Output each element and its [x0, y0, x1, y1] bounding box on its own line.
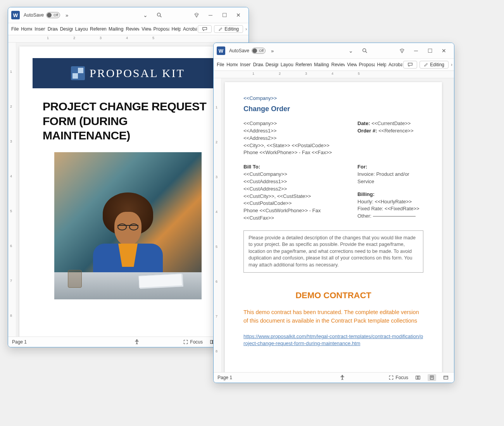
vruler-tick: 3 — [216, 175, 217, 179]
page-number[interactable]: Page 1 — [217, 375, 232, 380]
vruler-tick: 3 — [10, 139, 12, 143]
focus-button[interactable]: Focus — [388, 375, 408, 380]
ribbon-overflow-icon[interactable]: › — [245, 26, 247, 32]
tab-view[interactable]: View — [345, 60, 356, 69]
tab-layout[interactable]: Layout — [74, 25, 88, 33]
document-title: PROJECT CHANGE REQUEST FORM (DURING MAIN… — [43, 99, 213, 143]
tab-insert[interactable]: Insert — [33, 25, 45, 33]
editing-label: Editing — [430, 62, 444, 67]
svg-point-10 — [342, 375, 343, 376]
billing-label: Billing: — [357, 191, 423, 198]
autosave-state: Off — [259, 49, 264, 53]
document-page[interactable]: PROPOSAL KIT PROJECT CHANGE REQUEST FORM… — [19, 46, 236, 337]
close-icon[interactable]: ✕ — [437, 45, 451, 57]
banner-text: PROPOSAL KIT — [90, 67, 185, 80]
field-city-state-postal: <<City>>, <<State>> <<PostalCode>> — [243, 142, 357, 149]
print-layout-icon[interactable] — [428, 374, 436, 381]
tab-design[interactable]: Design — [59, 25, 73, 33]
horizontal-ruler[interactable]: 1 2 3 4 5 — [8, 35, 249, 43]
tab-mailings[interactable]: Mailings — [107, 25, 123, 33]
tab-file[interactable]: File — [10, 25, 19, 33]
autosave-toggle[interactable]: Off — [252, 48, 266, 54]
tab-references[interactable]: References — [294, 60, 312, 69]
company-address-block: <<Company>> <<Address1>> <<Address2>> <<… — [243, 120, 357, 156]
tab-proposal[interactable]: Proposal — [357, 60, 375, 69]
tab-mailings[interactable]: Mailings — [312, 60, 329, 69]
vertical-ruler[interactable]: 1 2 3 4 5 6 7 8 — [8, 43, 16, 337]
qat-overflow-icon[interactable]: » — [269, 48, 276, 54]
accessibility-icon[interactable] — [338, 374, 347, 381]
tab-review[interactable]: Review — [330, 60, 345, 69]
svg-line-9 — [366, 52, 367, 53]
svg-point-8 — [363, 49, 366, 52]
maximize-icon[interactable]: ☐ — [217, 9, 231, 21]
billing-fixed: Fixed Rate: <<FixedRate>> — [357, 205, 423, 213]
focus-button[interactable]: Focus — [183, 339, 203, 345]
ribbon-tabs: File Home Insert Draw Design Layout Refe… — [8, 23, 249, 35]
document-area: 1 2 3 4 5 6 7 8 <<Company>> Change Order… — [214, 78, 454, 372]
autosave-toggle[interactable]: Off — [46, 12, 60, 18]
vruler-tick: 1 — [216, 105, 217, 109]
statusbar: Page 1 Focus — [214, 372, 454, 383]
tab-home[interactable]: Home — [19, 25, 32, 33]
vertical-ruler[interactable]: 1 2 3 4 5 6 7 8 — [214, 78, 222, 372]
tab-draw[interactable]: Draw — [252, 60, 263, 69]
accessibility-icon[interactable] — [133, 338, 141, 345]
tab-design[interactable]: Design — [264, 60, 278, 69]
horizontal-ruler[interactable]: 1 2 3 4 5 — [214, 71, 454, 78]
maximize-icon[interactable]: ☐ — [423, 45, 437, 57]
field-cust-address2: <<CustAddress2>> — [243, 186, 357, 193]
tab-draw[interactable]: Draw — [46, 25, 58, 33]
word-app-icon: W — [11, 11, 20, 19]
document-area: 1 2 3 4 5 6 7 8 PROPOSAL KIT PROJECT CHA… — [8, 43, 249, 337]
read-mode-icon[interactable] — [414, 374, 422, 381]
search-icon[interactable] — [358, 45, 372, 57]
tab-insert[interactable]: Insert — [238, 60, 251, 69]
comments-button[interactable] — [403, 61, 417, 69]
minimize-icon[interactable]: ─ — [204, 9, 217, 21]
tab-proposal[interactable]: Proposal — [152, 25, 169, 33]
field-cust-postal: <<CustPostalCode>> — [243, 200, 357, 207]
vruler-tick: 8 — [10, 314, 12, 318]
diamond-icon[interactable] — [395, 45, 409, 57]
ruler-tick: 3 — [100, 36, 102, 40]
field-cust-fax: <<CustFax>> — [243, 215, 357, 222]
comments-button[interactable] — [198, 25, 212, 33]
page-number[interactable]: Page 1 — [12, 339, 27, 345]
tab-acrobat[interactable]: Acrobat — [181, 25, 197, 33]
tab-home[interactable]: Home — [225, 60, 238, 69]
tab-layout[interactable]: Layout — [279, 60, 293, 69]
search-icon[interactable] — [152, 9, 166, 21]
close-icon[interactable]: ✕ — [231, 9, 245, 21]
vruler-tick: 6 — [216, 280, 217, 283]
tab-view[interactable]: View — [140, 25, 151, 33]
field-cust-city-state: <<CustCity>>, <<CustState>> — [243, 193, 357, 200]
autosave-label: AutoSave — [24, 12, 44, 18]
tab-references[interactable]: References — [88, 25, 106, 33]
editing-mode-button[interactable]: Editing — [419, 61, 449, 69]
focus-label: Focus — [395, 375, 408, 380]
ribbon-overflow-icon[interactable]: › — [451, 62, 452, 67]
ruler-tick: 2 — [279, 72, 281, 76]
ruler-tick: 5 — [152, 36, 154, 40]
tab-file[interactable]: File — [215, 60, 224, 69]
qat-overflow-icon[interactable]: » — [63, 12, 71, 18]
document-page[interactable]: <<Company>> Change Order <<Company>> <<A… — [225, 82, 442, 372]
demo-link[interactable]: https://www.proposalkit.com/htm/legal-co… — [243, 333, 423, 347]
web-layout-icon[interactable] — [442, 374, 450, 381]
tab-help[interactable]: Help — [376, 60, 386, 69]
titlebar: W AutoSave Off » ⌄ ─ ☐ ✕ — [8, 7, 249, 23]
for-label: For: — [357, 163, 423, 171]
editing-mode-button[interactable]: Editing — [214, 25, 243, 33]
word-window-2: W AutoSave Off » ⌄ ─ ☐ ✕ File Home Inser… — [213, 43, 454, 383]
vruler-tick: 2 — [10, 105, 12, 108]
minimize-icon[interactable]: ─ — [409, 45, 423, 57]
vruler-tick: 5 — [216, 245, 217, 249]
tab-help[interactable]: Help — [170, 25, 181, 33]
tab-acrobat[interactable]: Acrobat — [387, 60, 402, 69]
chevron-down-icon[interactable]: ⌄ — [344, 45, 358, 57]
tab-review[interactable]: Review — [124, 25, 140, 33]
order-value: <<Reference>> — [378, 128, 413, 134]
chevron-down-icon[interactable]: ⌄ — [138, 9, 152, 21]
diamond-icon[interactable] — [190, 9, 204, 21]
